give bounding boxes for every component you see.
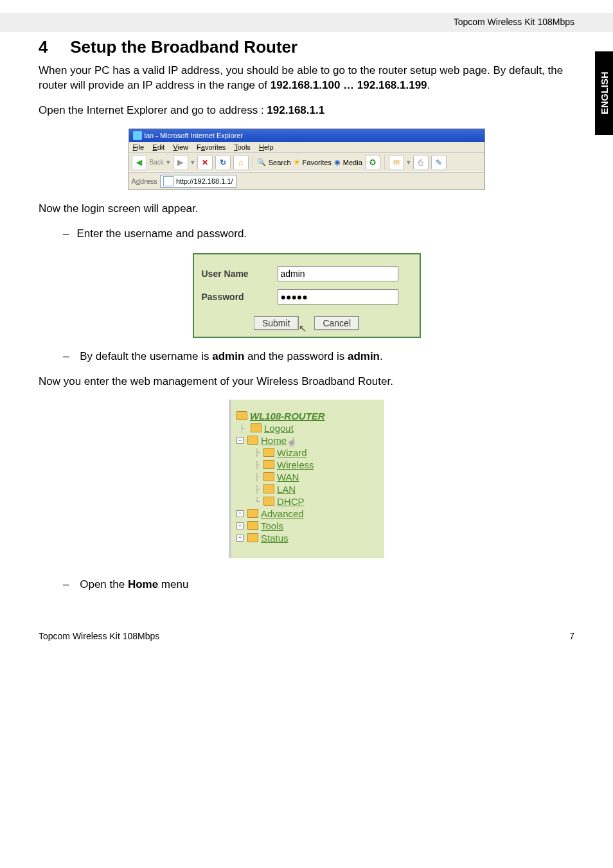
username-label: User Name [199, 269, 278, 279]
section-title: Setup the Broadband Router [70, 37, 298, 57]
nav-wireless[interactable]: Wireless [277, 459, 314, 470]
submit-button[interactable]: Submit [254, 316, 299, 330]
intro-p2: Open the Internet Explorer and go to add… [39, 103, 574, 118]
password-input[interactable] [278, 289, 398, 305]
text: By default the username is [80, 350, 212, 362]
folder-icon [263, 497, 274, 506]
section-heading: 4 Setup the Broadband Router [39, 37, 574, 57]
ie-logo-icon [133, 131, 142, 140]
nav-home[interactable]: Home [261, 435, 287, 446]
bullet-open-home: Open the Home menu [77, 578, 574, 592]
bullet-enter: Enter the username and password. [77, 227, 574, 242]
nav-logout[interactable]: Logout [264, 423, 294, 434]
stop-button[interactable]: ✕ [197, 155, 213, 170]
menu-file[interactable]: File [133, 143, 145, 151]
text: and the password is [244, 350, 348, 362]
nav-wan[interactable]: WAN [277, 472, 299, 483]
ip-address: 192.168.1.1 [267, 104, 324, 116]
tree-connector: ├ [236, 424, 248, 432]
nav-dhcp[interactable]: DHCP [277, 496, 305, 507]
folder-icon [263, 472, 274, 481]
tree-connector: ├ [236, 485, 261, 493]
ip-range: 192.168.1.100 … 192.168.1.199 [271, 79, 427, 91]
ie-title-text: lan - Microsoft Internet Explorer [145, 132, 243, 139]
nav-tree: WL108-ROUTER ├ Logout − Home☝ ├ Wizard ├… [229, 400, 384, 558]
text: Open the Internet Explorer and go to add… [39, 104, 267, 116]
hand-cursor-icon: ☝ [287, 437, 297, 447]
page-icon [163, 176, 173, 186]
tree-connector: ├ [236, 473, 261, 481]
login-box: User Name Password Submit ↖ Cancel [193, 253, 421, 338]
refresh-button[interactable]: ↻ [215, 155, 231, 170]
nav-tools[interactable]: Tools [261, 520, 283, 531]
search-label[interactable]: Search [269, 159, 291, 166]
ie-titlebar: lan - Microsoft Internet Explorer [129, 129, 484, 142]
header-product: Topcom Wireless Kit 108Mbps [454, 17, 574, 27]
text: . [380, 350, 383, 362]
folder-icon [263, 484, 274, 493]
search-icon: 🔍 [257, 158, 266, 166]
default-pass: admin [348, 350, 380, 362]
home-word: Home [128, 578, 158, 590]
footer-page-number: 7 [569, 631, 574, 641]
history-button[interactable]: ✪ [365, 155, 380, 170]
cursor-icon: ↖ [299, 323, 306, 333]
nav-wizard[interactable]: Wizard [277, 447, 307, 458]
after-login-text: Now you enter the web management of your… [39, 375, 574, 389]
cancel-button[interactable]: Cancel [314, 316, 359, 330]
folder-open-icon [236, 411, 247, 420]
text: Open the [80, 578, 128, 590]
back-button[interactable]: ◄ [132, 155, 147, 170]
after-ie-text: Now the login screen will appear. [39, 202, 574, 217]
tree-connector: ├ [236, 448, 261, 456]
mail-button[interactable]: ✉ [389, 155, 404, 170]
media-icon: ◉ [334, 158, 341, 166]
favorites-label[interactable]: Favorites [303, 159, 332, 166]
ie-menubar: File Edit View Favorites Tools Help [129, 142, 484, 153]
text: menu [158, 578, 188, 590]
collapse-icon[interactable]: − [236, 437, 244, 444]
address-value: http://192.168.1.1/ [176, 177, 233, 185]
menu-favorites[interactable]: Favorites [197, 143, 226, 151]
menu-tools[interactable]: Tools [234, 143, 251, 151]
address-label: Address [132, 177, 157, 185]
page-header-bar: Topcom Wireless Kit 108Mbps [0, 13, 613, 32]
nav-advanced[interactable]: Advanced [261, 508, 304, 519]
bullet-default: By default the username is admin and the… [77, 350, 574, 364]
ie-addressbar: Address http://192.168.1.1/ [129, 173, 484, 190]
expand-icon[interactable]: + [236, 535, 244, 542]
footer-product: Topcom Wireless Kit 108Mbps [39, 631, 159, 641]
nav-status[interactable]: Status [261, 533, 289, 544]
section-number: 4 [39, 37, 66, 57]
ie-window: lan - Microsoft Internet Explorer File E… [129, 128, 485, 190]
password-label: Password [199, 292, 278, 302]
print-button[interactable]: ⎙ [413, 155, 429, 170]
address-box[interactable]: http://192.168.1.1/ [160, 175, 236, 188]
text: . [427, 79, 431, 91]
default-user: admin [212, 350, 244, 362]
ie-toolbar: ◄ Back ▾ ► ▾ ✕ ↻ ⌂ 🔍 Search ★ Favorites … [129, 153, 484, 173]
tree-connector: └ [236, 497, 261, 505]
back-label: Back [150, 159, 164, 166]
menu-edit[interactable]: Edit [152, 143, 164, 151]
language-tab: ENGLISH [595, 51, 613, 135]
username-input[interactable] [278, 266, 398, 281]
favorites-icon: ★ [294, 158, 300, 166]
folder-icon [263, 460, 274, 469]
expand-icon[interactable]: + [236, 522, 244, 529]
forward-button[interactable]: ► [173, 155, 188, 170]
folder-icon [251, 423, 262, 432]
expand-icon[interactable]: + [236, 510, 244, 517]
media-label[interactable]: Media [343, 159, 362, 166]
tree-root[interactable]: WL108-ROUTER [250, 411, 325, 421]
page-footer: Topcom Wireless Kit 108Mbps 7 [39, 631, 574, 641]
menu-help[interactable]: Help [259, 143, 274, 151]
home-button[interactable]: ⌂ [233, 155, 249, 170]
folder-icon [247, 533, 258, 542]
folder-open-icon [247, 436, 258, 445]
menu-view[interactable]: View [173, 143, 188, 151]
nav-lan[interactable]: LAN [277, 484, 296, 495]
tree-connector: ├ [236, 461, 261, 468]
edit-button[interactable]: ✎ [431, 155, 447, 170]
intro-p1: When your PC has a valid IP address, you… [39, 64, 574, 93]
